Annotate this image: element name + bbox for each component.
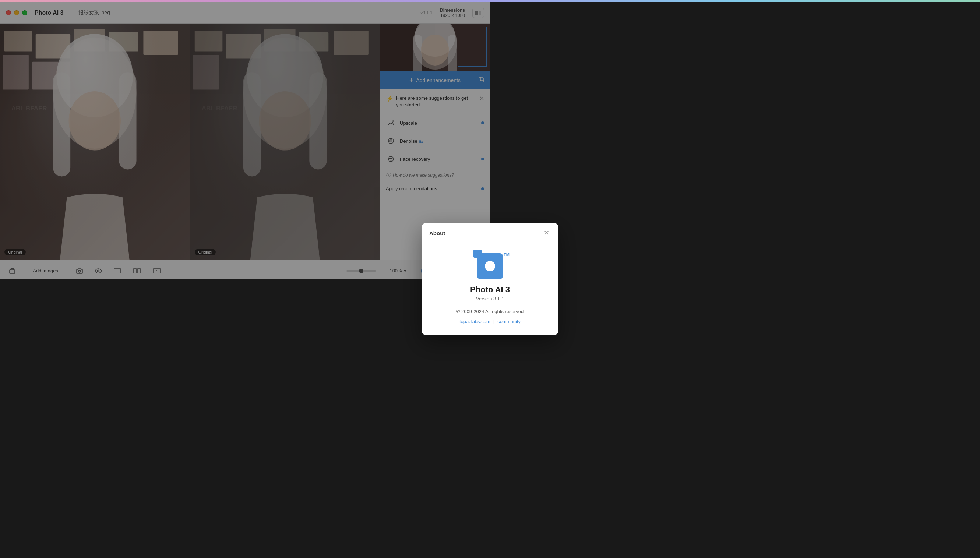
- modal-header: About ✕: [422, 223, 490, 242]
- modal-body: TM Photo AI 3 Version 3.1.1 © 2009-2024 …: [422, 242, 490, 279]
- app-logo: TM: [431, 253, 490, 279]
- modal-overlay[interactable]: About ✕ TM Photo AI 3 Version 3.1.1 © 20…: [0, 0, 490, 279]
- logo-main-square: [477, 253, 490, 279]
- modal-title: About: [429, 230, 445, 236]
- about-modal: About ✕ TM Photo AI 3 Version 3.1.1 © 20…: [422, 223, 490, 279]
- logo-circle: [485, 261, 490, 271]
- window-chrome-gradient: [0, 0, 490, 2]
